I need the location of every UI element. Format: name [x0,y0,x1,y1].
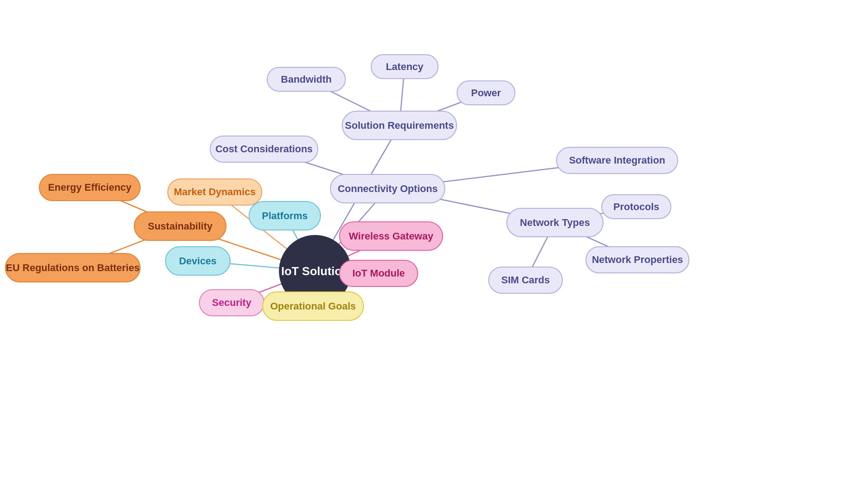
node-connectivity[interactable]: Connectivity Options [330,174,445,203]
node-energy-eff[interactable]: Energy Efficiency [39,174,141,201]
node-sustainability[interactable]: Sustainability [134,211,226,241]
node-platforms[interactable]: Platforms [249,201,321,230]
node-iot-module[interactable]: IoT Module [339,260,418,287]
node-solution-req[interactable]: Solution Requirements [342,111,457,140]
node-latency[interactable]: Latency [371,54,439,79]
node-software-int[interactable]: Software Integration [556,147,678,174]
node-sim-cards[interactable]: SIM Cards [488,267,563,294]
node-cost[interactable]: Cost Considerations [210,136,318,163]
node-security[interactable]: Security [199,289,264,316]
node-operational[interactable]: Operational Goals [262,291,364,321]
node-market-dyn[interactable]: Market Dynamics [167,178,262,206]
node-power[interactable]: Power [457,80,515,105]
node-bandwidth[interactable]: Bandwidth [267,67,346,92]
node-devices[interactable]: Devices [165,246,231,276]
node-network-types[interactable]: Network Types [506,208,604,237]
node-eu-regs[interactable]: EU Regulations on Batteries [5,253,141,282]
node-wireless-gw[interactable]: Wireless Gateway [339,221,443,251]
node-network-props[interactable]: Network Properties [585,246,689,273]
node-protocols[interactable]: Protocols [601,194,671,219]
